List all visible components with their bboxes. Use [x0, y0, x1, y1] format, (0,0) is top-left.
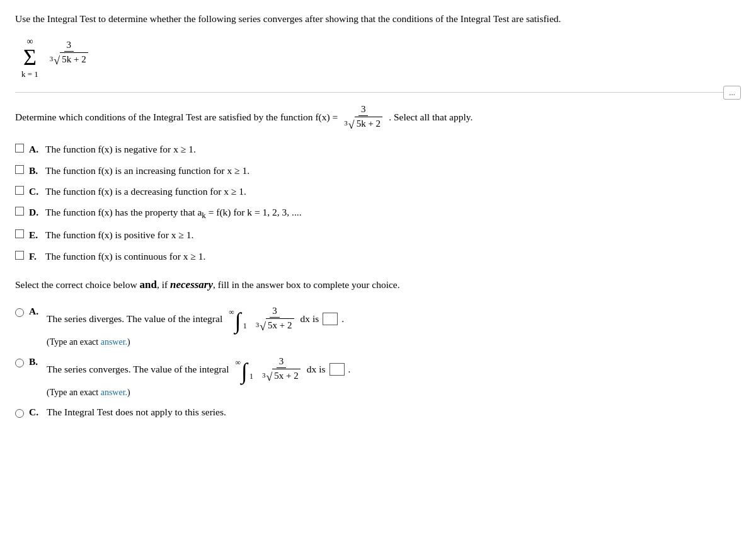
fx-denominator: 3 √ 5k + 2: [344, 117, 382, 130]
radio-a[interactable]: [15, 308, 24, 317]
condition-d[interactable]: D. The function f(x) has the property th…: [15, 205, 741, 221]
answer-a-type-hint: (Type an exact answer.): [47, 337, 344, 347]
answer-choices-list: A. The series diverges. The value of the…: [15, 306, 741, 418]
more-options-button[interactable]: ...: [723, 86, 741, 100]
checkbox-a[interactable]: [15, 144, 24, 153]
condition-a[interactable]: A. The function f(x) is negative for x ≥…: [15, 142, 741, 156]
checkbox-d[interactable]: [15, 207, 24, 216]
answer-c[interactable]: C. The Integral Test does not apply to t…: [15, 407, 741, 418]
answer-b-input-box[interactable]: [329, 363, 345, 376]
series-denominator: 3 √ 5k + 2: [50, 52, 88, 66]
checkbox-f[interactable]: [15, 251, 24, 260]
answer-b-pretext: The series converges. The value of the i…: [47, 364, 229, 375]
select-prompt: Select the correct choice below and, if …: [15, 276, 741, 293]
condition-f[interactable]: F. The function f(x) is continuous for x…: [15, 249, 741, 263]
fx-numerator: 3: [358, 104, 369, 116]
series-numerator: 3: [64, 40, 74, 52]
checkbox-e[interactable]: [15, 229, 24, 238]
conditions-list: A. The function f(x) is negative for x ≥…: [15, 142, 741, 263]
answer-c-text: The Integral Test does not apply to this…: [47, 407, 226, 418]
answer-b-integral: ∞ ∫ 1: [236, 358, 253, 381]
checkbox-c[interactable]: [15, 186, 24, 195]
answer-b-dx: dx is: [307, 364, 326, 375]
condition-c[interactable]: C. The function f(x) is a decreasing fun…: [15, 184, 741, 199]
sigma-lower: k = 1: [21, 70, 38, 78]
answer-a-integral: ∞ ∫ 1: [229, 308, 246, 331]
answer-b-type-hint: (Type an exact answer.): [47, 388, 350, 398]
radio-b[interactable]: [15, 359, 24, 367]
checkbox-b[interactable]: [15, 165, 24, 174]
answer-a-dx: dx is: [301, 313, 319, 325]
answer-a[interactable]: A. The series diverges. The value of the…: [15, 306, 741, 347]
radio-c[interactable]: [15, 409, 24, 418]
sigma-symbol: Σ: [23, 46, 37, 69]
determine-line: Determine which conditions of the Integr…: [15, 104, 741, 130]
answer-a-input-box[interactable]: [323, 313, 338, 325]
series-display: ∞ Σ k = 1 3 3 √ 5k + 2: [21, 37, 741, 78]
divider: [15, 92, 723, 93]
intro-text: Use the Integral Test to determine wheth…: [15, 11, 741, 26]
condition-e[interactable]: E. The function f(x) is positive for x ≥…: [15, 228, 741, 242]
condition-b[interactable]: B. The function f(x) is an increasing fu…: [15, 163, 741, 178]
answer-a-pretext: The series diverges. The value of the in…: [47, 313, 222, 325]
answer-b[interactable]: B. The series converges. The value of th…: [15, 356, 741, 398]
